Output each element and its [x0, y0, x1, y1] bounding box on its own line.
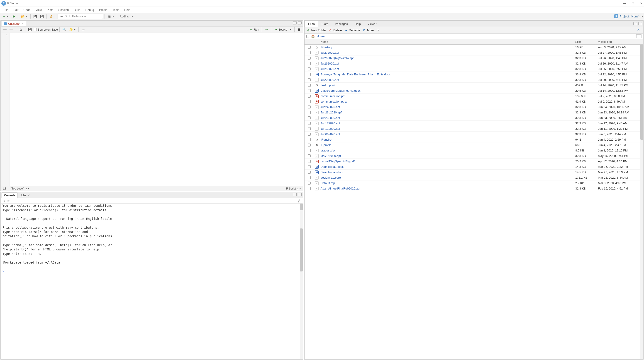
save-source-button[interactable]: 💾	[27, 27, 33, 32]
file-checkbox[interactable]	[308, 149, 311, 152]
file-checkbox[interactable]	[308, 133, 311, 136]
file-checkbox[interactable]	[308, 116, 311, 119]
files-scrollbar[interactable]	[640, 45, 643, 359]
menu-session[interactable]: Session	[56, 7, 71, 12]
file-name-link[interactable]: May162020.apf	[320, 154, 341, 158]
file-name-link[interactable]: desktop.ini	[320, 84, 334, 87]
file-name-link[interactable]: grades.xlsx	[320, 149, 336, 152]
goto-file-function[interactable]: ➜	[58, 13, 103, 19]
rerun-button[interactable]: ↪	[264, 27, 270, 32]
new-project-button[interactable]: ⊕	[11, 14, 16, 19]
file-checkbox[interactable]	[308, 78, 311, 81]
pane-maximize-icon[interactable]	[298, 21, 302, 24]
file-checkbox[interactable]	[308, 181, 311, 184]
file-name-link[interactable]: Jun112020.apf	[320, 127, 340, 130]
file-name-link[interactable]: Jul202020.apf	[320, 78, 339, 81]
file-checkbox[interactable]	[308, 160, 311, 163]
new-folder-button[interactable]: ⊕New Folder	[306, 28, 326, 32]
code-editor[interactable]: 1	[1, 33, 303, 186]
column-size[interactable]: Size	[575, 40, 598, 43]
file-row[interactable]: ⚙.Rprofile66 BJun 4, 2020, 2:47 PM	[304, 142, 643, 148]
tab-packages[interactable]: Packages	[332, 21, 351, 27]
back-button[interactable]: ⟸	[2, 27, 8, 32]
tab-console[interactable]: Console	[2, 192, 18, 198]
source-tab-untitled[interactable]: Untitled1* ✕	[2, 21, 26, 26]
file-row[interactable]: ⚙.Renviron94 BJun 4, 2020, 2:59 PM	[304, 137, 643, 142]
tab-jobs[interactable]: Jobs ✕	[18, 192, 32, 198]
file-name-link[interactable]: Jun23b2020.apf	[320, 111, 342, 114]
file-row[interactable]: ⚙desktop.ini402 BJul 14, 2020, 11:45 PM	[304, 83, 643, 88]
menu-plots[interactable]: Plots	[44, 7, 56, 12]
file-row[interactable]: ▫May162020.apf32.3 KBMay 16, 2020, 2:44 …	[304, 153, 643, 159]
filetype-selector[interactable]: R Script ▲▼	[286, 187, 301, 190]
source-on-save-toggle[interactable]: Source on Save	[34, 28, 58, 31]
tab-viewer[interactable]: Viewer	[364, 21, 380, 27]
file-row[interactable]: ▫Default.rdp2.2 KBMar 3, 2020, 4:16 PM	[304, 180, 643, 186]
file-name-link[interactable]: Default.rdp	[320, 181, 335, 185]
file-checkbox[interactable]	[308, 73, 311, 76]
console-pin-icon[interactable]: ⟳	[6, 199, 10, 203]
pane-maximize-icon[interactable]	[638, 22, 642, 25]
close-tab-icon[interactable]: ✕	[28, 194, 30, 197]
menu-debug[interactable]: Debug	[83, 7, 96, 12]
file-row[interactable]: ▫Jul202020.apf32.3 KBJul 20, 2020, 4:43 …	[304, 77, 643, 83]
show-in-new-window-button[interactable]: ⧉	[18, 27, 24, 32]
close-tab-icon[interactable]: ✕	[22, 22, 24, 25]
file-name-link[interactable]: Jun172020.apf	[320, 122, 340, 125]
outline-button[interactable]: ☰	[296, 27, 302, 32]
console-scrollbar[interactable]	[300, 203, 303, 359]
file-checkbox[interactable]	[308, 155, 311, 157]
file-name-link[interactable]: Sowmya_Tangirala_Data Engineer_Adam_Edit…	[320, 73, 390, 76]
save-button[interactable]: 💾	[32, 14, 38, 19]
breadcrumb-more-button[interactable]: …	[636, 34, 642, 38]
file-row[interactable]: ▫grades.xlsx8.6 KBJun 1, 2020, 12:16 PM	[304, 148, 643, 153]
console-output[interactable]: You are welcome to redistribute it under…	[1, 203, 303, 359]
save-all-button[interactable]: 💾	[39, 14, 45, 19]
file-checkbox[interactable]	[308, 95, 311, 98]
goto-input[interactable]	[65, 15, 101, 18]
select-all-checkbox[interactable]	[306, 35, 309, 38]
file-row[interactable]: ▫Jul262020(bigSwitch).apf32.3 KBJul 26, …	[304, 55, 643, 61]
menu-code[interactable]: Code	[21, 7, 33, 12]
file-name-link[interactable]: Jul262020.apf	[320, 62, 339, 65]
file-row[interactable]: ▫decDays.tscproj175.1 KBMar 25, 2020, 8:…	[304, 175, 643, 180]
file-checkbox[interactable]	[308, 84, 311, 87]
file-checkbox[interactable]	[308, 106, 311, 108]
tab-files[interactable]: Files	[304, 21, 318, 27]
menu-file[interactable]: File	[1, 7, 11, 12]
file-checkbox[interactable]	[308, 187, 311, 190]
file-name-link[interactable]: Jul252020.apf	[320, 67, 339, 71]
file-row[interactable]: ◷.Rhistory16 KBAug 3, 2020, 9:27 AM	[304, 45, 643, 50]
file-name-link[interactable]: Jun242020.apf	[320, 105, 340, 109]
new-file-button[interactable]: ＋	[1, 14, 10, 19]
file-row[interactable]: ▫Jun172020.apf32.3 KBJun 17, 2020, 9:40 …	[304, 121, 643, 126]
file-checkbox[interactable]	[308, 62, 311, 65]
file-name-link[interactable]: .Rprofile	[320, 143, 331, 147]
file-row[interactable]: WDear Tristan.docx14.5 KBMar 26, 2020, 2…	[304, 170, 643, 175]
file-name-link[interactable]: Jul272020.apf	[320, 51, 339, 54]
column-modified[interactable]: ▼ Modified	[598, 40, 643, 43]
file-checkbox[interactable]	[308, 89, 311, 92]
file-row[interactable]: ▫AdamAlmostFinalFeb2020.apf32.3 KBFeb 16…	[304, 186, 643, 191]
file-name-link[interactable]: Classroom Guidelines.4a.docx	[320, 89, 360, 92]
code-tools-button[interactable]: ✨	[68, 27, 77, 32]
file-name-link[interactable]: communication.pdf	[320, 94, 345, 98]
file-row[interactable]: ▫Jun23b2020.apf32.3 KBJun 23, 2020, 10:3…	[304, 110, 643, 115]
file-checkbox[interactable]	[308, 46, 311, 49]
file-name-link[interactable]: decDays.tscproj	[320, 176, 341, 179]
addins-button[interactable]: Addins	[118, 14, 134, 19]
menu-edit[interactable]: Edit	[11, 7, 21, 12]
file-row[interactable]: ▫Jul262020.apf32.3 KBJul 26, 2020, 11:47…	[304, 61, 643, 66]
file-row[interactable]: ▫Jun062020.apf32.3 KBJun 6, 2020, 2:44 P…	[304, 132, 643, 137]
file-checkbox[interactable]	[308, 144, 311, 147]
files-list[interactable]: ◷.Rhistory16 KBAug 3, 2020, 9:27 AM▫Jul2…	[304, 45, 643, 359]
window-close-button[interactable]: ✕	[640, 1, 643, 5]
file-name-link[interactable]: .Renviron	[320, 138, 333, 141]
file-row[interactable]: Pcommunication.pptx41.9 KBJul 9, 2020, 8…	[304, 99, 643, 104]
project-menu[interactable]: R Project: (None)	[614, 14, 643, 18]
more-button[interactable]: ⚙More	[362, 28, 379, 32]
refresh-files-button[interactable]: ⟳	[636, 28, 642, 33]
file-name-link[interactable]: AdamAlmostFinalFeb2020.apf	[320, 187, 360, 190]
pane-minimize-icon[interactable]	[293, 21, 296, 24]
pane-maximize-icon[interactable]	[298, 193, 302, 196]
